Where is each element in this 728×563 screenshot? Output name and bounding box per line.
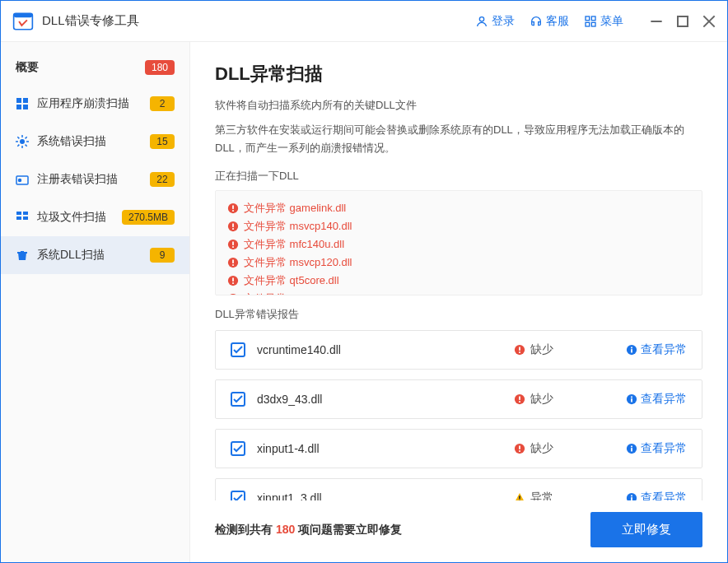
close-button[interactable]: [702, 15, 716, 28]
error-icon: [227, 275, 239, 286]
footer-text: 检测到共有 180 项问题需要立即修复: [215, 523, 402, 537]
sidebar-badge: 15: [150, 134, 175, 149]
info-icon: [626, 344, 637, 356]
svg-rect-28: [232, 228, 234, 230]
svg-rect-45: [631, 349, 632, 352]
svg-rect-55: [519, 450, 520, 452]
app-title: DLL错误专修工具: [42, 13, 139, 29]
page-title: DLL异常扫描: [215, 62, 702, 86]
svg-rect-34: [232, 264, 234, 266]
svg-rect-36: [232, 278, 234, 282]
check-icon: [233, 345, 243, 355]
report-name: vcruntime140.dll: [257, 343, 514, 356]
sidebar-badge: 270.5MB: [122, 210, 175, 225]
desc-2: 第三方软件在安装或运行期间可能会替换或删除系统原有的DLL，导致应用程序无法加载…: [215, 121, 702, 157]
check-icon: [233, 394, 243, 404]
info-icon: [626, 492, 637, 500]
report-row: xinput1_3.dll 异常 查看异常: [215, 478, 702, 500]
svg-rect-5: [586, 22, 590, 26]
error-icon: [514, 344, 525, 356]
svg-rect-14: [23, 105, 28, 109]
login-link[interactable]: 登录: [475, 14, 515, 29]
sidebar-overview[interactable]: 概要 180: [1, 50, 189, 85]
error-icon: [227, 293, 239, 295]
report-status: 缺少: [514, 441, 613, 456]
view-details-link[interactable]: 查看异常: [613, 441, 687, 456]
sidebar-item-label: 注册表错误扫描: [37, 172, 118, 187]
scan-line: 文件异常 mfc140u.dll: [227, 235, 690, 254]
error-icon: [227, 257, 239, 268]
error-icon: [227, 239, 239, 250]
sidebar-item-label: 系统DLL扫描: [37, 248, 105, 263]
info-icon: [626, 443, 637, 454]
svg-rect-1: [14, 13, 33, 17]
svg-rect-57: [631, 448, 632, 451]
info-icon: [626, 393, 637, 405]
svg-rect-11: [16, 98, 21, 103]
svg-rect-42: [519, 347, 520, 351]
report-checkbox[interactable]: [231, 392, 245, 407]
titlebar-actions: 登录 客服 菜单: [475, 14, 716, 29]
footer: 检测到共有 180 项问题需要立即修复 立即修复: [215, 500, 702, 562]
report-status: 异常: [514, 491, 613, 500]
svg-point-17: [19, 179, 21, 182]
sidebar-item-4[interactable]: 系统DLL扫描9: [1, 236, 189, 274]
svg-rect-6: [591, 22, 595, 26]
minimize-button[interactable]: [650, 15, 663, 28]
svg-rect-21: [23, 216, 28, 220]
svg-rect-59: [519, 496, 520, 500]
user-icon: [475, 15, 488, 28]
error-icon: [227, 221, 239, 232]
sidebar-item-0[interactable]: 应用程序崩溃扫描2: [1, 85, 189, 123]
svg-rect-43: [519, 351, 520, 353]
svg-rect-31: [232, 246, 234, 248]
error-icon: [514, 443, 525, 454]
menu-link[interactable]: 菜单: [584, 14, 623, 29]
report-checkbox[interactable]: [231, 441, 245, 456]
report-row: vcruntime140.dll 缺少 查看异常: [215, 330, 702, 370]
sidebar-item-3[interactable]: 垃圾文件扫描270.5MB: [1, 198, 189, 236]
view-details-link[interactable]: 查看异常: [613, 491, 687, 500]
maximize-button[interactable]: [676, 15, 689, 28]
svg-rect-33: [232, 260, 234, 263]
svg-rect-8: [678, 16, 688, 26]
report-label: DLL异常错误报告: [215, 307, 702, 322]
svg-rect-27: [232, 224, 234, 227]
sidebar-item-1[interactable]: 系统错误扫描15: [1, 123, 189, 161]
report-checkbox[interactable]: [231, 491, 245, 500]
warning-icon: [514, 492, 525, 500]
sidebar-badge: 9: [150, 248, 175, 263]
svg-rect-37: [232, 282, 234, 284]
support-link[interactable]: 客服: [530, 14, 569, 29]
check-icon: [233, 444, 243, 454]
svg-rect-30: [232, 242, 234, 245]
svg-rect-18: [16, 212, 21, 215]
desc-1: 软件将自动扫描系统内所有的关键DLL文件: [215, 98, 702, 113]
report-row: xinput1-4.dll 缺少 查看异常: [215, 429, 702, 468]
svg-rect-24: [232, 206, 234, 209]
svg-rect-46: [631, 347, 632, 349]
svg-rect-54: [519, 446, 520, 449]
report-checkbox[interactable]: [231, 342, 245, 357]
scan-line: 文件异常 msvcp140.dll: [227, 217, 690, 235]
sidebar-item-2[interactable]: 注册表错误扫描22: [1, 161, 189, 198]
view-details-link[interactable]: 查看异常: [613, 392, 687, 407]
repair-button[interactable]: 立即修复: [590, 512, 702, 547]
svg-rect-3: [586, 16, 590, 21]
svg-rect-4: [591, 16, 595, 21]
svg-rect-52: [631, 397, 632, 398]
view-details-link[interactable]: 查看异常: [613, 342, 687, 357]
report-list: vcruntime140.dll 缺少 查看异常 d3dx9_43.dll 缺少…: [215, 330, 702, 500]
report-name: d3dx9_43.dll: [257, 393, 514, 406]
svg-rect-13: [16, 105, 21, 109]
sidebar: 概要 180 应用程序崩溃扫描2系统错误扫描15注册表错误扫描22垃圾文件扫描2…: [1, 42, 190, 562]
svg-rect-19: [23, 212, 28, 215]
overview-badge: 180: [145, 60, 175, 75]
svg-point-38: [228, 294, 238, 295]
check-icon: [233, 493, 243, 500]
scanning-label: 正在扫描一下DLL: [215, 169, 702, 184]
error-icon: [514, 393, 525, 405]
app-icon: [12, 11, 34, 32]
svg-rect-63: [631, 496, 632, 497]
scan-line: 文件异常 xinput1_3.dll: [227, 290, 690, 295]
